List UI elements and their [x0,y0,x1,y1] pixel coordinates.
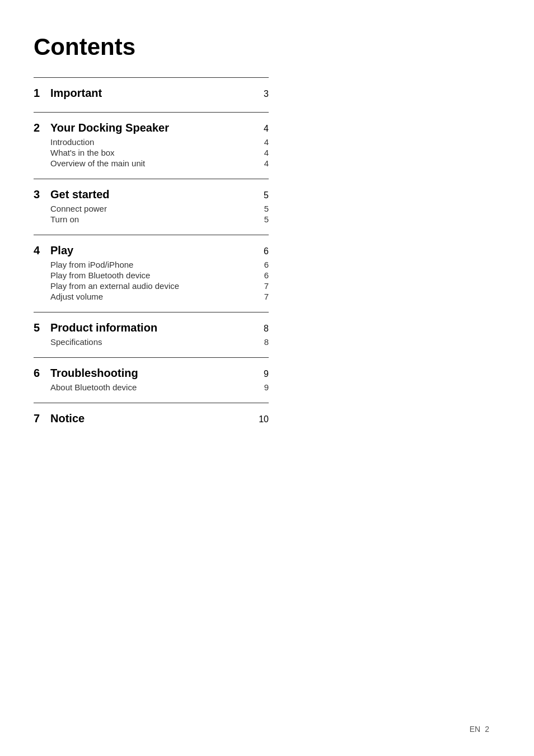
toc-sub-row-2-2: Overview of the main unit4 [50,158,269,169]
toc-sub-title-4-3: Adjust volume [50,292,103,301]
toc-sub-row-2-0: Introduction4 [50,137,269,147]
toc-sub-row-5-0: Specifications8 [50,337,269,347]
toc-sub-title-6-0: About Bluetooth device [50,382,137,392]
page: Contents 1Important32Your Docking Speake… [0,0,534,756]
toc-page-7: 10 [259,414,269,424]
toc-number-5: 5 [34,321,44,334]
toc-page-2: 4 [264,124,269,134]
toc-title-4: Play [50,244,73,257]
toc-sub-row-6-0: About Bluetooth device9 [50,382,269,393]
toc-section-7: 7Notice10 [34,403,269,437]
toc-sub-title-3-0: Connect power [50,204,107,213]
toc-main-row-6: 6Troubleshooting9 [34,367,269,380]
toc-sub-title-5-0: Specifications [50,337,102,347]
toc-sub-page-3-1: 5 [264,214,269,224]
toc-sub-title-2-2: Overview of the main unit [50,158,145,168]
toc-section-2: 2Your Docking Speaker4Introduction4What'… [34,112,269,179]
toc-number-2: 2 [34,122,44,134]
toc-sub-row-4-1: Play from Bluetooth device6 [50,270,269,281]
toc-main-row-1: 1Important3 [34,87,269,100]
toc-sub-page-4-3: 7 [264,292,269,301]
page-title: Contents [34,34,489,60]
toc-sub-page-6-0: 9 [264,382,269,392]
footer-lang: EN [470,725,480,734]
toc-sub-row-3-1: Turn on5 [50,214,269,225]
toc-number-7: 7 [34,412,44,425]
toc-main-row-3: 3Get started5 [34,188,269,201]
toc-page-6: 9 [264,369,269,379]
toc-sub-row-2-1: What's in the box4 [50,147,269,158]
toc-section-4: 4Play6Play from iPod/iPhone6Play from Bl… [34,235,269,312]
toc-sub-title-4-2: Play from an external audio device [50,281,179,291]
toc-sub-page-2-1: 4 [264,148,269,157]
toc-sub-row-4-2: Play from an external audio device7 [50,281,269,291]
toc-number-1: 1 [34,87,44,100]
toc-title-2: Your Docking Speaker [50,122,169,134]
toc-sub-title-3-1: Turn on [50,214,79,224]
toc-title-1: Important [50,87,102,100]
toc-sub-title-4-0: Play from iPod/iPhone [50,260,133,269]
toc-sub-row-4-0: Play from iPod/iPhone6 [50,259,269,270]
footer: EN 2 [470,725,489,734]
toc-sub-page-4-1: 6 [264,270,269,280]
toc-sub-row-3-0: Connect power5 [50,203,269,214]
toc-sub-title-2-0: Introduction [50,137,94,147]
toc-main-row-5: 5Product information8 [34,321,269,334]
toc-sub-page-2-2: 4 [264,158,269,168]
toc-title-6: Troubleshooting [50,367,138,380]
toc-main-row-2: 2Your Docking Speaker4 [34,122,269,134]
toc-page-3: 5 [264,190,269,200]
toc-container: 1Important32Your Docking Speaker4Introdu… [34,77,269,437]
toc-sub-page-4-2: 7 [264,281,269,291]
toc-page-5: 8 [264,324,269,334]
toc-section-1: 1Important3 [34,77,269,112]
toc-sub-row-4-3: Adjust volume7 [50,291,269,302]
toc-section-6: 6Troubleshooting9About Bluetooth device9 [34,357,269,403]
toc-title-5: Product information [50,321,157,334]
toc-number-6: 6 [34,367,44,380]
toc-sub-page-4-0: 6 [264,260,269,269]
toc-title-3: Get started [50,188,110,201]
toc-sub-page-3-0: 5 [264,204,269,213]
toc-sub-page-5-0: 8 [264,337,269,347]
toc-main-row-7: 7Notice10 [34,412,269,425]
toc-page-4: 6 [264,246,269,256]
toc-page-1: 3 [264,89,269,99]
toc-sub-title-2-1: What's in the box [50,148,115,157]
toc-section-5: 5Product information8Specifications8 [34,312,269,357]
toc-sub-title-4-1: Play from Bluetooth device [50,270,150,280]
toc-main-row-4: 4Play6 [34,244,269,257]
toc-sub-page-2-0: 4 [264,137,269,147]
footer-page: 2 [485,725,489,734]
toc-section-3: 3Get started5Connect power5Turn on5 [34,179,269,235]
toc-number-4: 4 [34,244,44,257]
toc-title-7: Notice [50,412,85,425]
toc-number-3: 3 [34,188,44,201]
